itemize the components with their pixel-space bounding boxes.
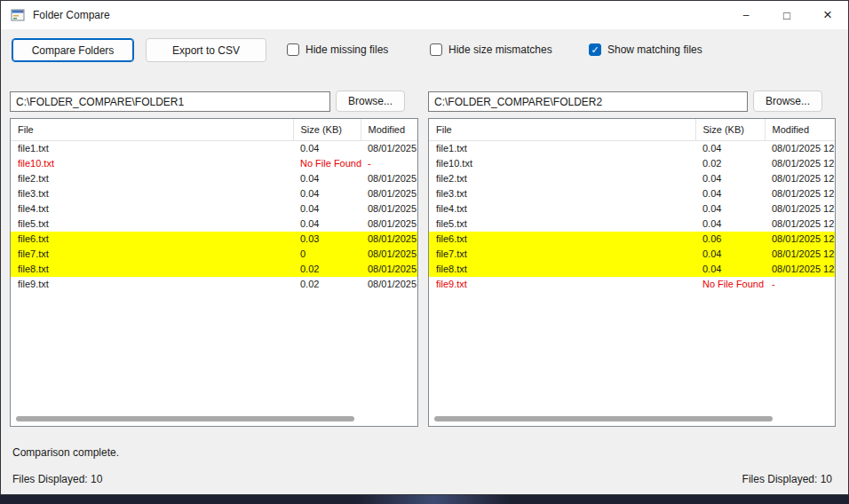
file-row[interactable]: file6.txt0.0308/01/2025 12: [11, 232, 417, 247]
cell-modified: 08/01/2025 12: [765, 217, 835, 232]
cell-size: 0.04: [695, 186, 765, 201]
cell-size: 0.04: [695, 201, 765, 217]
column-header-size[interactable]: Size (KB): [293, 119, 361, 140]
right-files-displayed: Files Displayed: 10: [742, 473, 832, 485]
cell-size: 0.04: [293, 201, 361, 217]
cell-file: file3.txt: [429, 186, 695, 201]
file-row[interactable]: file3.txt0.0408/01/2025 12: [429, 186, 835, 201]
column-header-file[interactable]: File: [11, 119, 293, 140]
left-file-list[interactable]: File Size (KB) Modified file1.txt0.0408/…: [10, 118, 418, 427]
horizontal-scrollbar[interactable]: [431, 414, 833, 423]
folder1-browse-button[interactable]: Browse...: [336, 91, 405, 112]
taskbar-sliver: [0, 495, 849, 504]
cell-size: 0.04: [695, 171, 765, 186]
horizontal-scrollbar[interactable]: [12, 414, 416, 423]
app-icon: [11, 8, 25, 22]
cell-file: file9.txt: [429, 277, 695, 292]
cell-modified: 08/01/2025 12: [765, 262, 835, 277]
folder2-path-input[interactable]: [428, 91, 748, 112]
column-header-modified[interactable]: Modified: [765, 119, 835, 140]
file-row[interactable]: file2.txt0.0408/01/2025 12: [429, 171, 835, 186]
list-header: File Size (KB) Modified: [11, 119, 417, 140]
cell-file: file9.txt: [11, 277, 293, 292]
scrollbar-thumb[interactable]: [16, 416, 354, 421]
file-row[interactable]: file7.txt008/01/2025 12: [11, 247, 417, 262]
cell-modified: 08/01/2025 12: [361, 262, 417, 277]
cell-file: file2.txt: [429, 171, 695, 186]
export-csv-button[interactable]: Export to CSV: [146, 38, 266, 62]
file-row[interactable]: file2.txt0.0408/01/2025 12: [11, 171, 417, 186]
cell-size: 0.06: [695, 232, 765, 247]
list-header: File Size (KB) Modified: [429, 119, 835, 140]
file-row[interactable]: file5.txt0.0408/01/2025 12: [11, 217, 417, 232]
cell-file: file4.txt: [11, 201, 293, 217]
checkbox-box: ✓: [287, 43, 299, 56]
close-button[interactable]: ×: [807, 1, 848, 29]
file-row[interactable]: file6.txt0.0608/01/2025 12: [429, 232, 835, 247]
cell-size: 0.04: [293, 140, 361, 156]
file-row[interactable]: file7.txt0.0408/01/2025 12: [429, 247, 835, 262]
file-row[interactable]: file1.txt0.0408/01/2025 12: [429, 140, 835, 156]
cell-size: 0.04: [695, 262, 765, 277]
column-header-modified[interactable]: Modified: [361, 119, 417, 140]
file-row[interactable]: file10.txtNo File Found-: [11, 156, 417, 171]
check-icon: ✓: [591, 45, 599, 55]
checkbox-box: ✓: [430, 43, 442, 56]
checkbox-box: ✓: [589, 43, 601, 56]
cell-modified: 08/01/2025 12: [361, 186, 417, 201]
cell-size: 0.02: [293, 262, 361, 277]
cell-modified: 08/01/2025 12: [361, 201, 417, 217]
file-row[interactable]: file4.txt0.0408/01/2025 12: [429, 201, 835, 217]
file-row[interactable]: file10.txt0.0208/01/2025 12: [429, 156, 835, 171]
scrollbar-thumb[interactable]: [434, 416, 773, 421]
cell-size: No File Found: [695, 277, 765, 292]
column-header-file[interactable]: File: [429, 119, 695, 140]
compare-folders-button[interactable]: Compare Folders: [12, 38, 134, 62]
caption-buttons: – □ ×: [726, 1, 848, 29]
cell-modified: -: [765, 277, 835, 292]
cell-file: file2.txt: [11, 171, 293, 186]
cell-file: file1.txt: [429, 140, 695, 156]
cell-modified: 08/01/2025 12: [361, 247, 417, 262]
folder1-path-input[interactable]: [10, 91, 330, 112]
cell-file: file4.txt: [429, 201, 695, 217]
cell-modified: 08/01/2025 12: [361, 232, 417, 247]
file-row[interactable]: file5.txt0.0408/01/2025 12: [429, 217, 835, 232]
cell-size: 0.04: [695, 247, 765, 262]
right-file-list[interactable]: File Size (KB) Modified file1.txt0.0408/…: [428, 118, 836, 427]
folder2-browse-button[interactable]: Browse...: [753, 91, 822, 112]
cell-modified: 08/01/2025 12: [361, 140, 417, 156]
cell-size: 0.04: [293, 171, 361, 186]
cell-file: file6.txt: [429, 232, 695, 247]
cell-file: file8.txt: [429, 262, 695, 277]
column-header-size[interactable]: Size (KB): [695, 119, 765, 140]
app-window: Folder Compare – □ × Compare Folders Exp…: [0, 0, 849, 495]
checkbox-label: Hide size mismatches: [448, 43, 552, 56]
hide-size-mismatches-checkbox[interactable]: ✓ Hide size mismatches: [430, 43, 552, 56]
minimize-button[interactable]: –: [726, 1, 766, 29]
checkbox-label: Show matching files: [607, 43, 702, 56]
cell-size: 0.04: [695, 217, 765, 232]
file-row[interactable]: file8.txt0.0408/01/2025 12: [429, 262, 835, 277]
file-row[interactable]: file9.txtNo File Found-: [429, 277, 835, 292]
file-row[interactable]: file4.txt0.0408/01/2025 12: [11, 201, 417, 217]
file-row[interactable]: file3.txt0.0408/01/2025 12: [11, 186, 417, 201]
cell-modified: 08/01/2025 12: [765, 186, 835, 201]
cell-size: 0.02: [293, 277, 361, 292]
cell-modified: 08/01/2025 12: [765, 232, 835, 247]
cell-file: file7.txt: [429, 247, 695, 262]
show-matching-checkbox[interactable]: ✓ Show matching files: [589, 43, 702, 56]
file-row[interactable]: file8.txt0.0208/01/2025 12: [11, 262, 417, 277]
checkbox-label: Hide missing files: [305, 43, 388, 56]
left-files-displayed: Files Displayed: 10: [12, 473, 102, 485]
cell-modified: 08/01/2025 12: [765, 156, 835, 171]
file-row[interactable]: file9.txt0.0208/01/2025 12: [11, 277, 417, 292]
file-row[interactable]: file1.txt0.0408/01/2025 12: [11, 140, 417, 156]
cell-file: file3.txt: [11, 186, 293, 201]
hide-missing-checkbox[interactable]: ✓ Hide missing files: [287, 43, 388, 56]
maximize-button[interactable]: □: [766, 1, 807, 29]
cell-size: 0.02: [695, 156, 765, 171]
cell-file: file10.txt: [429, 156, 695, 171]
cell-modified: 08/01/2025 12: [765, 171, 835, 186]
cell-modified: -: [361, 156, 417, 171]
